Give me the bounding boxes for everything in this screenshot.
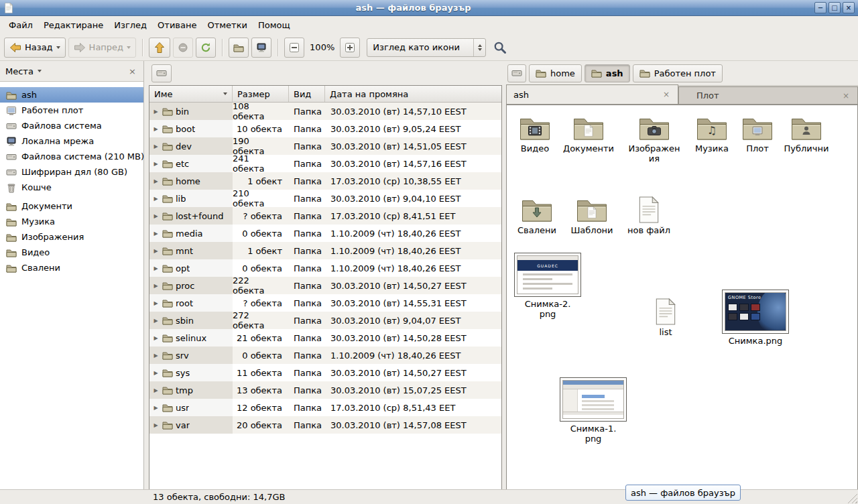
file-snimka1-png[interactable]: Снимка-1. png xyxy=(559,377,627,444)
sidebar-item-encrypted-80gb[interactable]: Шифриран дял (80 GB) xyxy=(0,164,143,180)
resize-grip[interactable] xyxy=(847,493,857,503)
sidebar-item-ash[interactable]: ash xyxy=(0,87,143,103)
column-header-size[interactable]: Размер xyxy=(233,86,289,102)
sidebar-item-downloads[interactable]: Свалени xyxy=(0,260,143,275)
file-new-file[interactable]: нов файл xyxy=(621,196,677,236)
expander-icon[interactable]: ▶ xyxy=(152,265,160,271)
expander-icon[interactable]: ▶ xyxy=(152,335,160,341)
menu-help[interactable]: Помощ xyxy=(253,17,296,33)
expander-icon[interactable]: ▶ xyxy=(152,283,160,289)
sidebar-item-music[interactable]: Музика xyxy=(0,214,143,229)
folder-templates[interactable]: Шаблони xyxy=(564,196,620,236)
sidebar-item-documents[interactable]: Документи xyxy=(0,198,143,214)
view-mode-select[interactable]: Изглед като икони xyxy=(367,38,486,57)
folder-desktop[interactable]: Плот xyxy=(729,115,786,154)
menu-go[interactable]: Отиване xyxy=(152,17,202,33)
zoom-in-button[interactable] xyxy=(340,38,360,58)
sidebar-item-trash[interactable]: Кошче xyxy=(0,180,143,195)
expander-icon[interactable]: ▶ xyxy=(152,161,160,167)
menu-view[interactable]: Изглед xyxy=(109,17,152,33)
expander-icon[interactable]: ▶ xyxy=(152,126,160,132)
column-header-type[interactable]: Вид xyxy=(289,86,325,102)
table-row[interactable]: ▶srv0 обектаПапка1.10.2009 (чт) 18,40,26… xyxy=(149,346,501,364)
tab-close-icon[interactable]: × xyxy=(841,92,851,100)
expander-icon[interactable]: ▶ xyxy=(152,370,160,376)
reload-button[interactable] xyxy=(196,38,216,58)
table-row[interactable]: ▶opt0 обектаПапка1.10.2009 (чт) 18,40,26… xyxy=(149,259,501,277)
sidebar-close-button[interactable]: × xyxy=(127,66,138,76)
titlebar[interactable]: ash — файлов браузър − □ × xyxy=(0,0,858,16)
expander-icon[interactable]: ▶ xyxy=(152,387,160,393)
expander-icon[interactable]: ▶ xyxy=(152,318,160,324)
table-row[interactable]: ▶usr12 обектаПапка17.03.2010 (ср) 8,51,4… xyxy=(149,399,501,416)
expander-icon[interactable]: ▶ xyxy=(152,178,160,184)
up-button[interactable] xyxy=(149,38,170,58)
folder-public[interactable]: Публични xyxy=(778,115,835,154)
table-row[interactable]: ▶etc241 обектаПапка30.03.2010 (вт) 14,57… xyxy=(149,155,501,172)
table-row[interactable]: ▶selinux21 обектаПапка30.03.2010 (вт) 14… xyxy=(149,329,501,346)
menu-edit[interactable]: Редактиране xyxy=(38,17,109,33)
table-row[interactable]: ▶var20 обектаПапка30.03.2010 (вт) 14,57,… xyxy=(149,416,501,434)
table-row[interactable]: ▶home1 обектПапка17.03.2010 (ср) 10,38,5… xyxy=(149,172,501,190)
column-header-modified[interactable]: Дата на промяна xyxy=(325,86,501,102)
sidebar-item-local-network[interactable]: Локална мрежа xyxy=(0,133,143,149)
close-button[interactable]: × xyxy=(843,2,855,13)
table-row[interactable]: ▶tmp13 обектаПапка30.03.2010 (вт) 15,07,… xyxy=(149,381,501,399)
table-row[interactable]: ▶media0 обектаПапка1.10.2009 (чт) 18,40,… xyxy=(149,225,501,242)
table-row[interactable]: ▶boot10 обектаПапка30.03.2010 (вт) 9,05,… xyxy=(149,120,501,137)
path-home-button[interactable]: home xyxy=(529,64,582,82)
expander-icon[interactable]: ▶ xyxy=(152,248,160,254)
sidebar-item-pictures[interactable]: Изображения xyxy=(0,229,143,245)
maximize-button[interactable]: □ xyxy=(829,2,841,13)
folder-videos[interactable]: Видео xyxy=(507,115,563,154)
table-row[interactable]: ▶sys11 обектаПапка30.03.2010 (вт) 14,50,… xyxy=(149,364,501,381)
taskbar-window-button[interactable]: ash — файлов браузър xyxy=(625,485,741,501)
expander-icon[interactable]: ▶ xyxy=(152,109,160,115)
tab-close-icon[interactable]: × xyxy=(662,90,671,99)
tab-desktop[interactable]: Плот× xyxy=(678,86,858,104)
table-row[interactable]: ▶root? обектаПапка30.03.2010 (вт) 14,55,… xyxy=(149,294,501,312)
minimize-button[interactable]: − xyxy=(814,2,826,13)
sidebar-title[interactable]: Места xyxy=(5,66,34,76)
column-header-name[interactable]: Име xyxy=(149,86,233,102)
file-snimka-png[interactable]: GNOME Store Снимка.png xyxy=(721,290,790,346)
zoom-out-button[interactable] xyxy=(284,38,304,58)
expander-icon[interactable]: ▶ xyxy=(152,213,160,219)
table-row[interactable]: ▶bin108 обектаПапка30.03.2010 (вт) 14,57… xyxy=(149,103,501,120)
search-button[interactable] xyxy=(489,38,511,58)
table-row[interactable]: ▶mnt1 обектПапка1.10.2009 (чт) 18,40,26 … xyxy=(149,242,501,259)
folder-pictures[interactable]: Изображен ия xyxy=(626,115,682,164)
expander-icon[interactable]: ▶ xyxy=(152,196,160,202)
sidebar-item-desktop[interactable]: Работен плот xyxy=(0,103,143,118)
file-snimka2-png[interactable]: GUADEC Снимка-2. png xyxy=(513,253,582,320)
folder-downloads[interactable]: Свалени xyxy=(509,196,565,236)
expander-icon[interactable]: ▶ xyxy=(152,353,160,359)
folder-documents[interactable]: Документи xyxy=(560,115,617,154)
expander-icon[interactable]: ▶ xyxy=(152,405,160,411)
table-row[interactable]: ▶sbin272 обектаПапка30.03.2010 (вт) 9,04… xyxy=(149,312,501,329)
computer-button[interactable] xyxy=(251,38,271,58)
expander-icon[interactable]: ▶ xyxy=(152,422,160,428)
zoom-level[interactable]: 100% xyxy=(307,42,337,52)
table-row[interactable]: ▶lost+found? обектаПапка17.03.2010 (ср) … xyxy=(149,207,501,225)
sidebar-item-filesystem-210mb[interactable]: Файлова система (210 MB) xyxy=(0,149,143,164)
expander-icon[interactable]: ▶ xyxy=(152,231,160,237)
tab-ash[interactable]: ash× xyxy=(506,84,678,104)
file-list[interactable]: list xyxy=(637,298,694,338)
back-button[interactable]: Назад xyxy=(4,38,66,58)
expander-icon[interactable]: ▶ xyxy=(152,300,160,306)
path-ash-button[interactable]: ash xyxy=(585,64,630,82)
path-root-button[interactable] xyxy=(507,64,526,82)
file-modified: 30.03.2010 (вт) 9,04,10 EEST xyxy=(325,190,501,207)
table-row[interactable]: ▶proc222 обектаПапка30.03.2010 (вт) 14,5… xyxy=(149,277,501,294)
table-row[interactable]: ▶lib210 обектаПапка30.03.2010 (вт) 9,04,… xyxy=(149,190,501,207)
path-root-button[interactable] xyxy=(151,64,172,82)
table-row[interactable]: ▶dev190 обектаПапка30.03.2010 (вт) 14,51… xyxy=(149,137,501,155)
menu-file[interactable]: Файл xyxy=(3,17,38,33)
sidebar-item-videos[interactable]: Видео xyxy=(0,245,143,260)
expander-icon[interactable]: ▶ xyxy=(152,143,160,149)
path-desktop-button[interactable]: Работен плот xyxy=(633,64,723,82)
home-button[interactable] xyxy=(229,38,249,58)
menu-bookmarks[interactable]: Отметки xyxy=(202,17,252,33)
sidebar-item-filesystem[interactable]: Файлова система xyxy=(0,118,143,133)
